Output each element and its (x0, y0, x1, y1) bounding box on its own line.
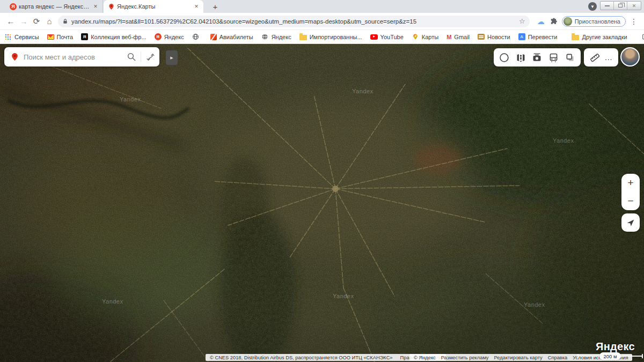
extensions-puzzle-icon[interactable] (550, 18, 558, 25)
map-pin-favicon (108, 3, 115, 10)
tab-title: Яндекс.Карты (117, 3, 191, 10)
yandex-watermark: Yandex (120, 96, 141, 102)
bookmark-yandex[interactable]: Я Яндекс (155, 33, 184, 40)
new-tab-button[interactable]: + (209, 1, 221, 12)
bookmark-services[interactable]: Сервисы (4, 33, 39, 41)
map-canvas[interactable]: Yandex Yandex Yandex Yandex Yandex Yande… (0, 44, 644, 362)
bookmark-translate[interactable]: A Перевести (518, 33, 558, 40)
scale-line (620, 356, 643, 357)
google-maps-pin-icon (412, 33, 419, 41)
bookmark-label: Яндекс (164, 34, 184, 40)
bookmark-gmaps[interactable]: Карты (412, 33, 438, 41)
yandex-watermark: Yandex (352, 88, 374, 94)
reading-list-icon (642, 33, 644, 41)
close-tab-icon[interactable]: ✕ (92, 3, 99, 10)
geolocation-button[interactable] (621, 213, 640, 232)
bookmark-label: Другие закладки (582, 34, 627, 40)
yandex-watermark: Yandex (102, 298, 123, 305)
yandex-watermark: Yandex (524, 301, 545, 308)
globe-icon (261, 33, 269, 41)
map-measure-panel: … (584, 48, 618, 67)
forward-button[interactable]: → (17, 15, 30, 28)
mail-icon (47, 34, 54, 40)
profile-sync-pill[interactable]: Приостановлена (562, 16, 626, 27)
tab-yandex-maps[interactable]: Яндекс.Карты ✕ (104, 0, 203, 13)
ticket-icon (210, 34, 217, 40)
browser-toolbar: ← → ⟳ ⌂ yandex.ru/maps/?l=sat&ll=101.563… (0, 13, 644, 30)
routes-button[interactable] (141, 47, 159, 67)
url-text: yandex.ru/maps/?l=sat&ll=101.563729%2C62… (71, 18, 516, 25)
tab-search-chevron-icon[interactable]: ▼ (588, 2, 597, 11)
minimize-icon (605, 5, 610, 6)
bookmarks-bar: Сервисы Почта Я Коллекция веб-фр... Я Ян… (0, 30, 644, 44)
bookmark-star-icon[interactable]: ☆ (519, 17, 525, 25)
map-pin-icon (10, 51, 19, 62)
bookmark-label: Сервисы (14, 34, 39, 40)
profile-avatar (564, 17, 572, 26)
help-link[interactable]: Справка (548, 355, 567, 360)
bookmark-label: Импортированны... (310, 34, 362, 40)
reading-list-button[interactable]: Список для чтения (642, 33, 644, 41)
restore-icon (618, 4, 623, 8)
ruler-icon[interactable] (589, 52, 601, 63)
zoom-out-button[interactable]: − (621, 192, 640, 210)
close-button[interactable]: ✕ (627, 2, 641, 10)
edit-map-link[interactable]: Редактировать карту (494, 355, 543, 360)
bookmark-label: Новости (487, 34, 510, 40)
home-button[interactable]: ⌂ (43, 15, 56, 28)
bookmark-other-folder[interactable]: Другие закладки (572, 34, 627, 40)
panoramas-icon[interactable] (515, 52, 526, 63)
bookmark-avia[interactable]: Авиабилеты (210, 34, 253, 40)
yandex-logo[interactable]: Яндекс (596, 341, 635, 353)
browser-menu-icon[interactable]: ⋮ (630, 17, 638, 26)
address-bar[interactable]: yandex.ru/maps/?l=sat&ll=101.563729%2C62… (58, 16, 530, 27)
zoom-in-button[interactable]: + (621, 174, 640, 192)
sync-status-label: Приостановлена (575, 18, 620, 25)
bookmark-label: Авиабилеты (219, 34, 253, 40)
bookmark-globe[interactable] (192, 33, 202, 41)
bookmark-label: Почта (57, 34, 74, 40)
yandex-copyright-link[interactable]: © Яндекс (414, 355, 436, 360)
gmail-icon: M (447, 34, 451, 40)
imagery-copyright: © CNES 2018, Distribution Airbus DS, рас… (210, 355, 393, 360)
collection-icon: Я (81, 33, 88, 40)
more-tools-icon[interactable]: … (604, 55, 613, 60)
cloud-extension-icon[interactable]: ☁ (537, 17, 545, 26)
bookmark-yandex-globe[interactable]: Яндекс (261, 33, 291, 41)
minimize-button[interactable] (601, 2, 614, 10)
translate-icon: A (518, 33, 525, 40)
transport-bus-icon[interactable] (548, 52, 559, 63)
search-input[interactable] (24, 53, 122, 61)
folder-icon (299, 35, 307, 40)
back-button[interactable]: ← (4, 15, 17, 28)
bookmark-mail[interactable]: Почта (47, 34, 74, 40)
layers-globe-icon[interactable] (499, 52, 510, 63)
sidebar-expand-button[interactable]: ▶ (166, 50, 178, 65)
zoom-panel: + − (621, 174, 640, 210)
yandex-watermark: Yandex (553, 137, 574, 144)
bookmark-label: YouTube (380, 34, 404, 40)
scale-label: 200 м (599, 352, 620, 360)
bookmark-label: Коллекция веб-фр... (91, 34, 147, 40)
bookmark-news[interactable]: Новости (478, 34, 510, 40)
bookmark-gmail[interactable]: M Gmail (447, 34, 470, 40)
window-controls: ✕ (600, 1, 641, 10)
yandex-watermark: Yandex (333, 293, 354, 299)
close-tab-icon[interactable]: ✕ (193, 3, 200, 10)
user-avatar[interactable] (620, 47, 640, 67)
bookmark-label: Gmail (454, 34, 470, 40)
globe-icon (192, 33, 200, 41)
bookmark-youtube[interactable]: YouTube (370, 34, 404, 40)
reload-button[interactable]: ⟳ (30, 15, 43, 28)
bookmark-label: Яндекс (272, 34, 291, 40)
layers-squares-icon[interactable] (565, 52, 576, 63)
news-icon (478, 34, 485, 40)
restore-button[interactable] (614, 2, 627, 10)
bookmark-imported-folder[interactable]: Импортированны... (299, 34, 362, 40)
folder-icon (572, 35, 579, 40)
place-ad-link[interactable]: Разместить рекламу (441, 355, 489, 360)
search-button[interactable] (122, 47, 141, 67)
photos-camera-icon[interactable] (531, 52, 543, 63)
bookmark-collection[interactable]: Я Коллекция веб-фр... (81, 33, 147, 40)
tab-yandex-search[interactable]: Я карта яндекс — Яндекс: нашлос ✕ (5, 0, 103, 13)
